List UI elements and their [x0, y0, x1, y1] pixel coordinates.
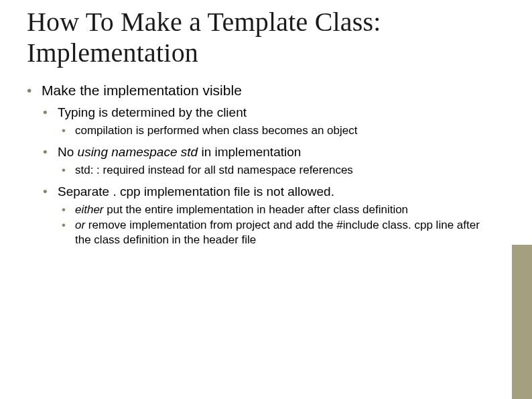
list-item: No using namespace std in implementation	[43, 144, 482, 160]
italic-text: either	[75, 203, 104, 216]
bullet-text: remove implementation from project and a…	[75, 219, 480, 245]
list-item: std: : required instead for all std name…	[62, 163, 482, 177]
italic-text: using namespace std	[78, 145, 198, 159]
bullet-text: std: : required instead for all std name…	[75, 164, 353, 176]
list-item: Separate . cpp implementation file is no…	[43, 184, 482, 200]
bullet-text: in implementation	[198, 145, 301, 159]
list-item: either put the entire implementation in …	[62, 203, 482, 217]
italic-text: or	[75, 219, 85, 231]
list-item: Typing is determined by the client	[43, 105, 482, 121]
bullet-text: Separate . cpp implementation file is no…	[58, 184, 334, 198]
bullet-text: put the entire implementation in header …	[104, 203, 409, 216]
bullet-list: Make the implementation visible Typing i…	[27, 82, 482, 247]
bullet-text: compilation is performed when class beco…	[75, 124, 357, 137]
bullet-text: No	[58, 145, 78, 159]
list-item: or remove implementation from project an…	[62, 218, 482, 247]
slide-title: How To Make a Template Class: Implementa…	[27, 7, 482, 68]
bullet-text: Make the implementation visible	[42, 82, 242, 98]
list-item: compilation is performed when class beco…	[62, 123, 482, 137]
slide-content: How To Make a Template Class: Implementa…	[0, 0, 509, 247]
bullet-text: Typing is determined by the client	[58, 105, 247, 119]
list-item: Make the implementation visible	[27, 82, 482, 99]
accent-bar	[512, 245, 532, 399]
